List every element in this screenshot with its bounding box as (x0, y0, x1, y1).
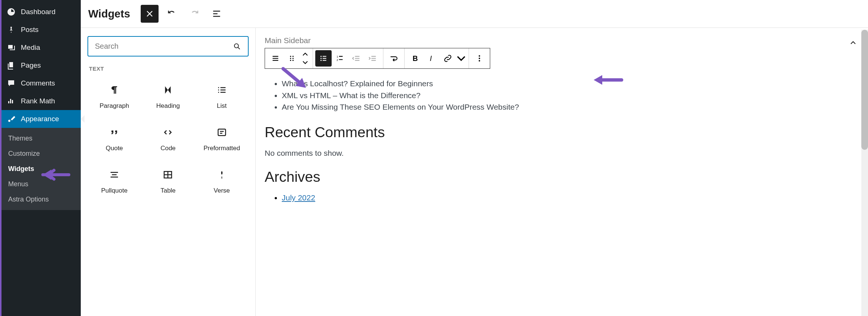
undo-button[interactable] (163, 5, 181, 23)
sidebar-item-pages[interactable]: Pages (1, 57, 81, 74)
recent-posts-list[interactable]: What is Localhost? Explained for Beginne… (265, 78, 859, 113)
sidebar-label: Comments (21, 79, 55, 87)
block-quote[interactable]: Quote (87, 117, 141, 159)
svg-point-16 (479, 55, 480, 57)
svg-rect-1 (218, 129, 226, 136)
brush-icon (7, 115, 16, 123)
block-code[interactable]: Code (141, 117, 195, 159)
collapse-button[interactable] (849, 38, 858, 47)
svg-text:2: 2 (336, 58, 338, 62)
submenu-menus[interactable]: Menus (1, 177, 81, 192)
svg-point-0 (234, 43, 239, 48)
svg-point-3 (290, 56, 291, 57)
sidebar-item-posts[interactable]: Posts (1, 21, 81, 39)
pullquote-icon (109, 169, 120, 180)
scrollbar[interactable] (861, 30, 868, 316)
widget-area-title: Main Sidebar (265, 36, 859, 45)
media-icon (7, 43, 16, 52)
link-wrap-button[interactable] (386, 50, 402, 67)
sidebar-label: Posts (21, 26, 39, 34)
sidebar-label: Dashboard (21, 8, 55, 16)
page-title: Widgets (88, 8, 130, 20)
submenu-customize[interactable]: Customize (1, 146, 81, 161)
topbar: Widgets (81, 0, 868, 28)
svg-point-18 (479, 60, 480, 62)
scrollbar-thumb[interactable] (861, 30, 868, 150)
bold-button[interactable]: B (407, 50, 423, 67)
category-label: TEXT (89, 65, 249, 72)
search-field-wrap[interactable] (87, 36, 249, 57)
admin-sidebar: Dashboard Posts Media Pages Comments (0, 0, 81, 316)
sidebar-item-rankmath[interactable]: Rank Math (1, 92, 81, 110)
table-icon (162, 169, 173, 180)
outdent-button[interactable] (348, 50, 364, 67)
svg-point-7 (290, 60, 291, 61)
chart-icon (7, 97, 16, 106)
comment-icon (7, 79, 16, 88)
list-view-button[interactable] (208, 5, 226, 23)
drag-handle[interactable] (284, 50, 300, 67)
svg-point-11 (320, 60, 322, 61)
block-preformatted[interactable]: Preformatted (195, 117, 249, 159)
archives-list: July 2022 (265, 193, 859, 202)
sidebar-label: Rank Math (21, 97, 55, 105)
list-item[interactable]: XML vs HTML – What is the Difference? (282, 90, 859, 101)
sidebar-label: Appearance (21, 115, 59, 123)
heading-icon (162, 84, 173, 96)
editor-canvas: Main Sidebar (256, 28, 868, 316)
sidebar-item-appearance[interactable]: Appearance (1, 110, 81, 128)
search-input[interactable] (95, 42, 233, 51)
block-toolbar: 12 B I (265, 48, 490, 69)
ordered-list-button[interactable]: 12 (332, 50, 348, 67)
block-table[interactable]: Table (141, 159, 195, 202)
svg-point-9 (320, 56, 322, 57)
italic-button[interactable]: I (423, 50, 440, 67)
block-type-button[interactable] (267, 50, 284, 67)
pages-icon (7, 61, 16, 70)
move-down-button[interactable] (300, 58, 310, 67)
sidebar-item-media[interactable]: Media (1, 39, 81, 57)
block-pullquote[interactable]: Pullquote (87, 159, 141, 202)
svg-point-10 (320, 58, 322, 59)
svg-text:I: I (430, 54, 432, 62)
code-icon (162, 127, 173, 138)
sidebar-item-dashboard[interactable]: Dashboard (1, 3, 81, 21)
list-item: July 2022 (282, 193, 859, 202)
sidebar-item-comments[interactable]: Comments (1, 74, 81, 92)
quote-icon (109, 127, 120, 138)
svg-point-4 (293, 56, 294, 57)
preformatted-icon (216, 127, 227, 138)
main-area: Widgets TEX (81, 0, 868, 316)
no-comments-text: No comments to show. (265, 149, 859, 158)
close-inserter-button[interactable] (141, 5, 159, 23)
block-list[interactable]: List (195, 75, 249, 117)
block-heading[interactable]: Heading (141, 75, 195, 117)
submenu-themes[interactable]: Themes (1, 131, 81, 146)
svg-point-17 (479, 58, 480, 59)
more-inline-button[interactable] (456, 50, 466, 67)
redo-button[interactable] (185, 5, 203, 23)
move-up-button[interactable] (300, 50, 310, 58)
link-button[interactable] (440, 50, 456, 67)
unordered-list-button[interactable] (315, 50, 332, 67)
sidebar-label: Pages (21, 61, 41, 70)
submenu-widgets[interactable]: Widgets (1, 161, 81, 177)
search-icon (233, 42, 241, 51)
indent-button[interactable] (364, 50, 381, 67)
paragraph-icon (109, 84, 120, 96)
svg-point-5 (290, 58, 291, 59)
list-item[interactable]: What is Localhost? Explained for Beginne… (282, 78, 859, 90)
block-paragraph[interactable]: Paragraph (87, 75, 141, 117)
archive-link[interactable]: July 2022 (282, 193, 315, 202)
more-options-button[interactable] (471, 50, 488, 67)
archives-heading[interactable]: Archives (265, 169, 859, 185)
block-verse[interactable]: Verse (195, 159, 249, 202)
submenu-astra[interactable]: Astra Options (1, 192, 81, 207)
list-item[interactable]: Are You Missing These SEO Elements on Yo… (282, 101, 859, 113)
sidebar-label: Media (21, 43, 40, 52)
block-inserter: TEXT Paragraph Heading List (81, 28, 256, 316)
svg-point-6 (293, 58, 294, 59)
verse-icon (216, 169, 227, 180)
recent-comments-heading[interactable]: Recent Comments (265, 124, 859, 141)
list-icon (216, 84, 227, 96)
